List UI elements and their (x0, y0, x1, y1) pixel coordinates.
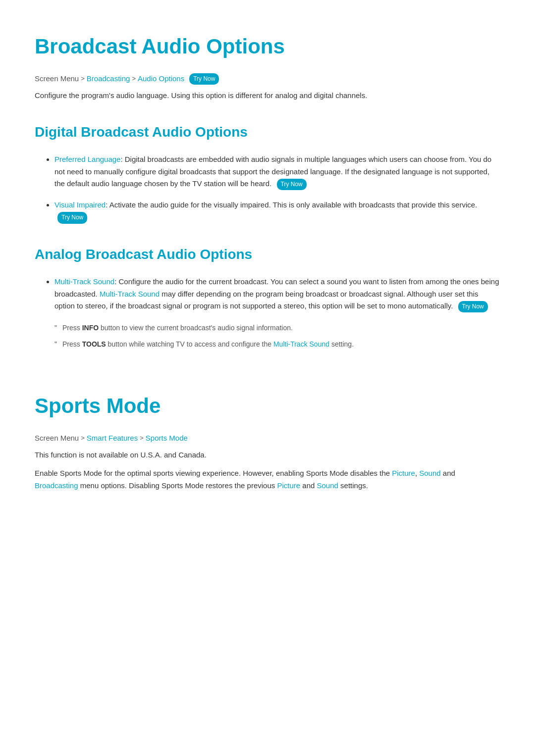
multi-track-sound-link[interactable]: Multi-Track Sound (54, 277, 114, 286)
note-2-prefix: Press (62, 340, 82, 348)
sports-description-2: Enable Sports Mode for the optimal sport… (35, 467, 500, 492)
digital-section-title: Digital Broadcast Audio Options (35, 121, 500, 144)
note-2-suffix: button while watching TV to access and c… (106, 340, 273, 348)
visual-impaired-link[interactable]: Visual Impaired (54, 201, 106, 209)
visual-impaired-text: : Activate the audio guide for the visua… (106, 201, 477, 209)
breadcrumb-link-audio-options[interactable]: Audio Options (138, 73, 184, 85)
preferred-language-link[interactable]: Preferred Language (54, 155, 120, 163)
sports-desc2-end: settings. (338, 481, 368, 490)
sports-desc2-mid3: menu options. Disabling Sports Mode rest… (78, 481, 277, 490)
picture-link-2[interactable]: Picture (277, 481, 300, 490)
list-item: Multi-Track Sound: Configure the audio f… (54, 276, 500, 312)
sports-desc2-mid4: and (300, 481, 317, 490)
sports-breadcrumb-prefix: Screen Menu (35, 432, 79, 444)
sports-mode-title: Sports Mode (35, 389, 500, 422)
digital-options-list: Preferred Language: Digital broadcasts a… (35, 153, 500, 224)
info-keyword: INFO (82, 324, 99, 332)
sports-breadcrumb-link-sports[interactable]: Sports Mode (146, 432, 188, 444)
note-1-prefix: Press (62, 324, 82, 332)
multi-track-sound-link-2[interactable]: Multi-Track Sound (100, 290, 160, 298)
list-item: Visual Impaired: Activate the audio guid… (54, 199, 500, 224)
try-now-badge-preferred[interactable]: Try Now (277, 179, 307, 191)
breadcrumb-sep-1: > (81, 74, 85, 84)
sports-breadcrumb-sep-2: > (140, 433, 144, 444)
sports-desc2-prefix: Enable Sports Mode for the optimal sport… (35, 469, 392, 477)
breadcrumb-link-broadcasting[interactable]: Broadcasting (87, 73, 130, 85)
note-1-suffix: button to view the current broadcast's a… (99, 324, 293, 332)
try-now-badge-multitrack[interactable]: Try Now (458, 301, 488, 313)
broadcast-audio-description: Configure the program's audio language. … (35, 90, 500, 101)
sports-desc2-mid1: , (415, 469, 419, 477)
picture-link-1[interactable]: Picture (392, 469, 415, 477)
tools-keyword: TOOLS (82, 340, 106, 348)
page-title: Broadcast Audio Options (35, 30, 500, 63)
breadcrumb-prefix: Screen Menu (35, 73, 79, 85)
analog-notes-list: Press INFO button to view the current br… (35, 322, 500, 350)
note-2-suffix2: setting. (329, 340, 354, 348)
try-now-badge-header[interactable]: Try Now (189, 73, 219, 85)
note-item: Press TOOLS button while watching TV to … (54, 339, 500, 350)
analog-section-title: Analog Broadcast Audio Options (35, 244, 500, 266)
sound-link-2[interactable]: Sound (317, 481, 338, 490)
note-item: Press INFO button to view the current br… (54, 322, 500, 333)
multi-track-note-link[interactable]: Multi-Track Sound (273, 340, 329, 348)
try-now-badge-visual[interactable]: Try Now (57, 212, 87, 224)
sports-description-1: This function is not available on U.S.A.… (35, 449, 500, 461)
analog-options-list: Multi-Track Sound: Configure the audio f… (35, 276, 500, 312)
sports-breadcrumb: Screen Menu > Smart Features > Sports Mo… (35, 432, 500, 444)
sound-link-1[interactable]: Sound (419, 469, 440, 477)
broadcasting-link[interactable]: Broadcasting (35, 481, 78, 490)
sports-breadcrumb-link-smart[interactable]: Smart Features (87, 432, 138, 444)
breadcrumb-sep-2: > (132, 74, 136, 84)
sports-desc2-mid2: and (441, 469, 455, 477)
breadcrumb: Screen Menu > Broadcasting > Audio Optio… (35, 73, 500, 85)
sports-mode-section: Sports Mode Screen Menu > Smart Features… (35, 389, 500, 492)
list-item: Preferred Language: Digital broadcasts a… (54, 153, 500, 190)
sports-breadcrumb-sep-1: > (81, 433, 85, 444)
preferred-language-text: : Digital broadcasts are embedded with a… (54, 155, 491, 188)
